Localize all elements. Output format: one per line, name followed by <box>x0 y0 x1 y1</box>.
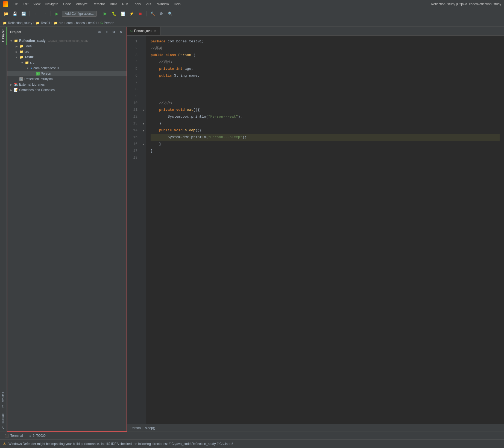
debug-button[interactable]: 🐛 <box>110 10 118 18</box>
toolbar-sep-4 <box>146 11 146 16</box>
profile-button[interactable]: ⚡ <box>128 10 135 18</box>
warning-icon: ⚠ <box>3 442 6 446</box>
left-strip: 1: Project 2: Favorites Z: Structure <box>0 27 7 432</box>
menu-tools[interactable]: Tools <box>131 2 143 7</box>
strip-tab-project[interactable]: 1: Project <box>0 27 7 45</box>
iml-icon: 🔧 <box>19 77 23 81</box>
editor-area: C Person.java ✕ 1 2 3 4 5 6 7 8 9 10 11 … <box>127 27 504 432</box>
code-line-11: private void eat(){ <box>151 107 500 114</box>
save-button[interactable]: 💾 <box>11 10 19 18</box>
code-line-6: public String name; <box>151 72 500 79</box>
package-icon: ● <box>30 66 32 70</box>
warning-text: Windows Defender might be impacting your… <box>8 442 233 446</box>
toolbar-sep-3 <box>99 11 99 16</box>
root-folder-icon: 📁 <box>14 39 18 43</box>
project-tree: ▼ 📁 Reflection_study C:\java_code\Reflec… <box>7 37 127 431</box>
locate-file-button[interactable]: ⊕ <box>96 29 102 35</box>
nav-method-name[interactable]: sleep() <box>145 426 155 430</box>
tree-item-iml[interactable]: ▶ 🔧 Reflection_study.iml <box>7 76 127 82</box>
back-button[interactable]: ← <box>32 10 40 18</box>
toolbar-sep-2 <box>51 11 51 16</box>
build-button[interactable]: 🔨 <box>149 10 156 18</box>
breadcrumb-test01[interactable]: 📁 Test01 <box>36 21 50 25</box>
code-line-12: System.out.println("Person---eat"); <box>151 114 500 120</box>
close-panel-button[interactable]: ✕ <box>118 29 124 35</box>
stop-button[interactable]: ⏹ <box>136 10 144 18</box>
menu-file[interactable]: File <box>10 2 20 7</box>
tab-close-button[interactable]: ✕ <box>153 29 157 33</box>
tab-person-java[interactable]: C Person.java ✕ <box>127 27 160 35</box>
folder-icon: 📁 <box>3 21 7 25</box>
tree-item-person[interactable]: ▶ C Person <box>7 71 127 76</box>
tab-terminal[interactable]: ⬛ Terminal <box>2 433 25 438</box>
code-line-13: } <box>151 120 500 127</box>
code-line-3: public class Person { <box>151 52 500 59</box>
breadcrumb-test01-pkg[interactable]: test01 <box>88 21 97 25</box>
strip-tab-favorites[interactable]: 2: Favorites <box>0 389 7 410</box>
breadcrumb-bones[interactable]: bones <box>76 21 85 25</box>
tree-item-reflection-study[interactable]: ▼ 📁 Reflection_study C:\java_code\Reflec… <box>7 38 127 43</box>
test01-folder-icon: 📁 <box>19 55 24 59</box>
code-editor[interactable]: 1 2 3 4 5 6 7 8 9 10 11 12 13 14 15 16 1… <box>127 36 504 424</box>
code-line-9 <box>151 93 500 100</box>
ext-lib-icon: 📚 <box>14 83 18 86</box>
src-folder-icon: 📁 <box>19 50 24 54</box>
menu-help[interactable]: Help <box>172 2 183 7</box>
run-config-icon[interactable]: ▶ <box>53 10 61 18</box>
line-numbers: 1 2 3 4 5 6 7 8 9 10 11 12 13 14 15 16 1… <box>127 36 141 424</box>
java-class-icon: C <box>36 72 40 75</box>
strip-tab-structure[interactable]: Z: Structure <box>0 411 7 432</box>
coverage-button[interactable]: 📊 <box>119 10 127 18</box>
menu-view[interactable]: View <box>31 2 43 7</box>
window-title: Reflection_study [C:\java_code\Reflectio… <box>431 2 501 6</box>
open-button[interactable]: 📂 <box>2 10 10 18</box>
collapse-all-button[interactable]: ≡ <box>104 29 110 35</box>
breadcrumb-src[interactable]: 📁 src <box>54 21 63 25</box>
breadcrumb-person[interactable]: C Person <box>100 21 114 25</box>
code-line-2: //类类 <box>151 45 500 52</box>
panel-header: Project ⊕ ≡ ⚙ ✕ <box>7 27 127 37</box>
scratches-icon: 📝 <box>14 88 18 92</box>
menu-run[interactable]: Run <box>120 2 130 7</box>
code-content[interactable]: package com.bones.test01; //类类 public cl… <box>146 36 504 424</box>
code-line-18 <box>151 155 500 161</box>
tab-todo[interactable]: ≡ 6: TODO <box>27 433 48 438</box>
panel-settings-button[interactable]: ⚙ <box>111 29 117 35</box>
tree-item-src-test01[interactable]: ▼ 📁 src <box>7 60 127 65</box>
sync-button[interactable]: 🔄 <box>20 10 27 18</box>
menu-window[interactable]: Window <box>155 2 171 7</box>
tree-item-test01[interactable]: ▼ 📁 Test01 <box>7 54 127 60</box>
breadcrumb-com[interactable]: com <box>66 21 73 25</box>
folder-icon: 📁 <box>36 21 40 25</box>
code-line-15: System.out.println("Person---sleep"); <box>151 134 500 141</box>
settings-button[interactable]: ⚙ <box>157 10 165 18</box>
menu-code[interactable]: Code <box>61 2 73 7</box>
code-line-8 <box>151 86 500 93</box>
add-configuration-button[interactable]: Add Configuration... <box>62 11 97 17</box>
code-line-5: private int age; <box>151 66 500 72</box>
java-file-icon: C <box>130 29 133 33</box>
tree-item-src-root[interactable]: ▶ 📁 src <box>7 49 127 54</box>
menu-navigate[interactable]: Navigate <box>43 2 60 7</box>
menu-analyze[interactable]: Analyze <box>74 2 90 7</box>
panel-title: Project <box>10 30 95 34</box>
tree-item-ext-libs[interactable]: ▶ 📚 External Libraries <box>7 82 127 87</box>
tree-item-package[interactable]: ▼ ● com.bones.test01 <box>7 65 127 71</box>
warning-bar: ⚠ Windows Defender might be impacting yo… <box>0 439 504 448</box>
search-everywhere-button[interactable]: 🔍 <box>166 10 174 18</box>
menu-vcs[interactable]: VCS <box>143 2 155 7</box>
tree-item-scratches[interactable]: ▶ 📝 Scratches and Consoles <box>7 87 127 93</box>
gutter: ▾ ▾ ▾ ▾ <box>141 36 146 424</box>
code-line-7 <box>151 79 500 86</box>
bottom-tabs: ⬛ Terminal ≡ 6: TODO <box>0 432 504 439</box>
terminal-icon: ⬛ <box>5 434 9 438</box>
nav-class-name[interactable]: Person <box>130 426 141 430</box>
run-button[interactable]: ▶ <box>101 10 109 18</box>
breadcrumb-reflection-study[interactable]: 📁 Reflection_study <box>3 21 32 25</box>
tree-item-idea[interactable]: ▶ 📁 .idea <box>7 43 127 49</box>
menu-refactor[interactable]: Refactor <box>90 2 107 7</box>
menu-build[interactable]: Build <box>108 2 119 7</box>
menu-edit[interactable]: Edit <box>20 2 31 7</box>
toolbar-sep-1 <box>30 11 30 16</box>
forward-button[interactable]: → <box>41 10 48 18</box>
